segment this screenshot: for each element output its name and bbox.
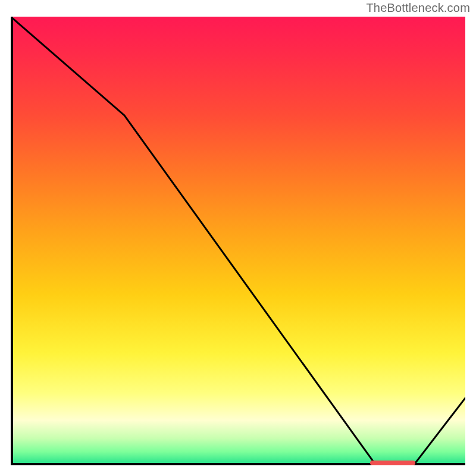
y-axis-line bbox=[11, 17, 13, 465]
plot-area bbox=[11, 17, 465, 465]
optimal-range-marker bbox=[370, 461, 415, 465]
chart-container: TheBottleneck.com bbox=[0, 0, 476, 476]
watermark-label: TheBottleneck.com bbox=[366, 1, 470, 15]
